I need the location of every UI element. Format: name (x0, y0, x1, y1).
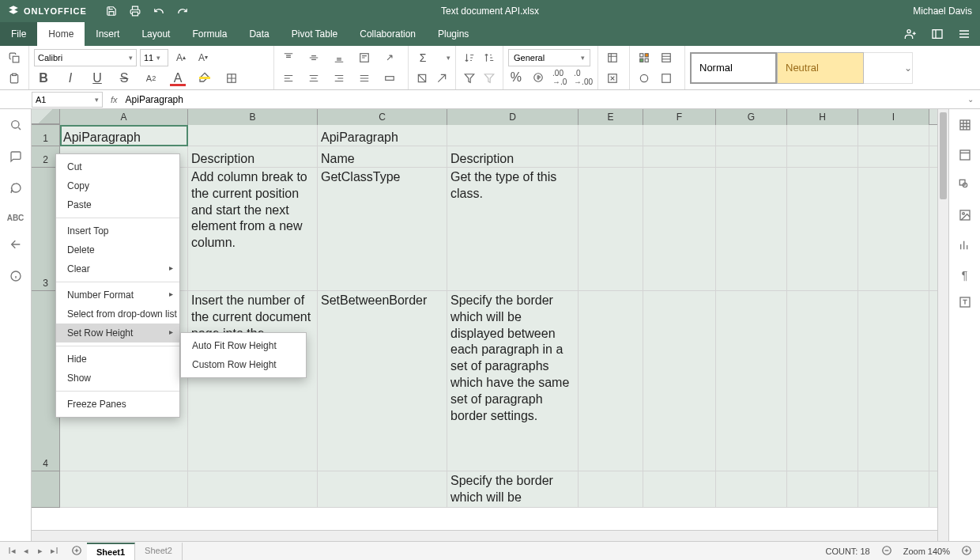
cell[interactable] (787, 146, 858, 168)
align-right-icon[interactable] (330, 69, 349, 88)
justify-icon[interactable] (355, 69, 374, 88)
col-header-I[interactable]: I (858, 109, 929, 125)
search-icon[interactable] (9, 119, 22, 134)
strikethrough-icon[interactable]: S (115, 69, 134, 88)
first-sheet-icon[interactable]: I◂ (5, 546, 19, 556)
bold-icon[interactable]: B (34, 69, 53, 88)
user-name[interactable]: Michael Davis (913, 6, 972, 17)
cell[interactable] (858, 471, 929, 508)
cell-style-normal[interactable]: Normal (690, 52, 777, 84)
cell[interactable] (579, 125, 643, 146)
cell[interactable] (579, 471, 643, 508)
zoom-out-icon[interactable] (881, 545, 892, 558)
ctx-clear[interactable]: Clear (56, 259, 179, 278)
menu-home[interactable]: Home (37, 22, 85, 46)
font-color-icon[interactable]: A (168, 69, 187, 88)
italic-icon[interactable]: I (61, 69, 80, 88)
zoom-in-icon[interactable] (961, 545, 972, 558)
cell[interactable] (716, 471, 787, 508)
cell[interactable] (60, 471, 188, 508)
formula-input[interactable]: ApiParagraph (122, 92, 961, 108)
textart-settings-icon[interactable] (959, 296, 971, 312)
prev-sheet-icon[interactable]: ◂ (19, 546, 33, 556)
conditional-format-icon[interactable] (635, 48, 654, 67)
cell[interactable]: Insert the number of the current documen… (188, 291, 318, 471)
next-sheet-icon[interactable]: ▸ (33, 546, 47, 556)
increase-font-icon[interactable]: A▴ (172, 48, 190, 67)
align-left-icon[interactable] (279, 69, 298, 88)
select-all-corner[interactable] (32, 109, 60, 124)
underline-icon[interactable]: U (88, 69, 107, 88)
cell[interactable] (643, 146, 716, 168)
cell[interactable]: Name (318, 146, 447, 168)
feedback-icon[interactable] (9, 238, 22, 254)
decrease-font-icon[interactable]: A▾ (194, 48, 213, 67)
ctx-copy[interactable]: Copy (56, 176, 179, 195)
align-top-icon[interactable] (279, 48, 298, 67)
col-header-A[interactable]: A (60, 109, 188, 125)
ctx-set-row-height[interactable]: Set Row Height (56, 324, 179, 342)
col-header-F[interactable]: F (643, 109, 716, 125)
filter-icon[interactable] (461, 69, 478, 88)
format-table-icon[interactable] (657, 48, 676, 67)
shape-settings-icon[interactable] (959, 179, 971, 195)
wrap-text-icon[interactable] (355, 48, 374, 67)
cell[interactable]: GetClassType (318, 168, 447, 291)
cell[interactable] (787, 471, 858, 508)
cell[interactable] (787, 125, 858, 146)
ctx-cut[interactable]: Cut (56, 157, 179, 176)
row-header[interactable]: 1 (32, 125, 60, 146)
open-location-icon[interactable] (931, 28, 944, 40)
spreadsheet-grid[interactable]: ABCDEFGHI 1ApiParagraphApiParagraph2Name… (32, 109, 948, 541)
col-header-C[interactable]: C (318, 109, 447, 125)
cell[interactable] (858, 146, 929, 168)
cell[interactable]: ApiParagraph (318, 125, 447, 146)
cell[interactable] (579, 168, 643, 291)
horizontal-scrollbar[interactable] (32, 530, 937, 541)
last-sheet-icon[interactable]: ▸I (47, 546, 62, 556)
menu-file[interactable]: File (0, 22, 37, 46)
cell-style-neutral[interactable]: Neutral (777, 52, 864, 84)
cell[interactable] (643, 471, 716, 508)
cell[interactable]: Description (447, 146, 579, 168)
ctx-select-from-drop-down-list[interactable]: Select from drop-down list (56, 305, 179, 324)
cell[interactable]: ApiParagraph (60, 125, 188, 146)
cell[interactable] (858, 168, 929, 291)
sheet-tab-sheet1[interactable]: Sheet1 (87, 543, 135, 560)
image-settings-icon[interactable] (959, 209, 971, 225)
cell[interactable]: Specify the border which will be (447, 471, 579, 508)
orientation-icon[interactable] (380, 48, 399, 67)
delete-cells-icon[interactable] (603, 69, 622, 88)
cell[interactable] (787, 168, 858, 291)
ctx-insert-top[interactable]: Insert Top (56, 221, 179, 240)
col-header-E[interactable]: E (579, 109, 643, 125)
chat-icon[interactable] (9, 182, 22, 198)
menu-plugins[interactable]: Plugins (427, 22, 480, 46)
cell[interactable]: SetBetweenBorder (318, 291, 447, 471)
cell[interactable] (188, 471, 318, 508)
insert-cells-icon[interactable] (603, 48, 622, 67)
font-name-select[interactable]: Calibri▾ (34, 49, 137, 66)
cell[interactable] (858, 291, 929, 471)
cell-settings-icon[interactable] (959, 119, 971, 134)
comments-icon[interactable] (9, 150, 22, 166)
hamburger-icon[interactable] (958, 28, 971, 40)
clear-filter-icon[interactable] (481, 69, 499, 88)
cell[interactable] (643, 291, 716, 471)
ctx-number-format[interactable]: Number Format (56, 286, 179, 305)
cell[interactable] (716, 291, 787, 471)
row-header[interactable] (32, 471, 60, 508)
highlight-color-icon[interactable] (195, 69, 214, 88)
percent-icon[interactable]: % (508, 68, 524, 87)
fill-icon[interactable] (413, 69, 431, 88)
cell[interactable] (643, 125, 716, 146)
cell[interactable] (716, 168, 787, 291)
ctx-freeze-panes[interactable]: Freeze Panes (56, 395, 179, 414)
cell[interactable] (643, 168, 716, 291)
spellcheck-icon[interactable]: ABC (7, 214, 24, 222)
align-bottom-icon[interactable] (330, 48, 349, 67)
col-header-D[interactable]: D (447, 109, 579, 125)
sheet-tab-sheet2[interactable]: Sheet2 (135, 543, 183, 560)
cell[interactable] (318, 471, 447, 508)
menu-pivot-table[interactable]: Pivot Table (281, 22, 349, 46)
